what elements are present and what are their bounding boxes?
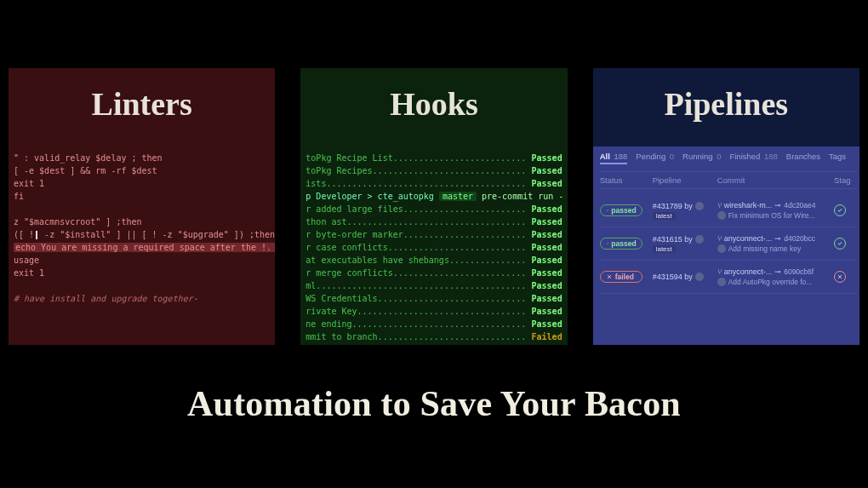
branch-icon: ⑂ — [717, 234, 722, 243]
terminal-line: ml......................................… — [306, 279, 562, 292]
terminal-line: [ -e $dest ] && rm -rf $dest — [14, 164, 270, 177]
commit-message: Fix minimum OS for Wire... — [717, 211, 831, 220]
pipeline-columns-header: Status Pipeline Commit Stag — [600, 171, 856, 189]
avatar — [717, 244, 726, 253]
hooks-terminal: toPkg Recipe List.......................… — [300, 146, 567, 345]
terminal-line: at executables have shebangs............… — [306, 254, 562, 267]
terminal-line: # have install and upgrade together- — [14, 292, 270, 305]
branch-icon: ⑂ — [717, 201, 722, 210]
terminal-line: mmit to branch..........................… — [306, 330, 562, 343]
avatar — [717, 278, 726, 286]
status-badge: passed — [600, 238, 642, 250]
terminal-line: usage — [14, 254, 270, 267]
pipeline-row[interactable]: passed#431789 by latest⑂wireshark-m... ⊸… — [600, 194, 856, 227]
terminal-line: exit 1 — [14, 177, 270, 190]
avatar — [695, 202, 704, 210]
headline: Automation to Save Your Bacon — [0, 383, 868, 424]
commit-message: Add AutoPkg override fo... — [717, 278, 831, 286]
status-badge: failed — [600, 271, 642, 283]
pipeline-row[interactable]: passed#431615 by latest⑂anyconnect-... ⊸… — [600, 227, 856, 261]
pipelines-body: All 188Pending 0Running 0Finished 188Bra… — [593, 146, 859, 345]
terminal-line — [14, 279, 270, 292]
commit-icon: ⊸ — [774, 267, 781, 276]
terminal-line: r byte-order marker.....................… — [306, 228, 562, 241]
terminal-line: ists....................................… — [306, 177, 562, 190]
terminal-line: r case conflicts........................… — [306, 241, 562, 254]
col-status: Status — [600, 175, 649, 185]
pipeline-rows: passed#431789 by latest⑂wireshark-m... ⊸… — [600, 194, 856, 294]
terminal-line: echo You are missing a required space af… — [14, 241, 270, 254]
terminal-line: exit 1 — [14, 267, 270, 279]
terminal-line: ([ ! -z "$install" ] || [ ! -z "$upgrade… — [14, 228, 270, 241]
commit-icon: ⊸ — [774, 234, 781, 243]
terminal-line: toPkg Recipe List.......................… — [306, 152, 562, 164]
pipeline-tab[interactable]: All 188 — [600, 152, 628, 164]
stage-ring — [834, 271, 846, 283]
col-pipeline: Pipeline — [653, 175, 714, 185]
pipelines-title: Pipelines — [593, 68, 859, 146]
terminal-line: iling Whitespace........................… — [306, 343, 562, 345]
pipeline-id: #431789 by — [653, 202, 714, 210]
col-stage: Stag — [834, 175, 856, 185]
status-badge: passed — [600, 204, 642, 216]
linters-terminal: " : valid_relay $delay ; then[ -e $dest … — [9, 146, 275, 310]
pipeline-tab[interactable]: Pending 0 — [636, 152, 674, 161]
pipeline-row[interactable]: failed#431594 by ⑂anyconnect-... ⊸ 6090c… — [600, 261, 856, 294]
terminal-line: rivate Key..............................… — [306, 305, 562, 318]
avatar — [695, 273, 704, 281]
terminal-line: r merge conflicts.......................… — [306, 267, 562, 279]
terminal-line: z "$macmnsvcroot" ] ;then — [14, 215, 270, 228]
pipeline-tabs: All 188Pending 0Running 0Finished 188Bra… — [600, 152, 856, 164]
branch-icon: ⑂ — [717, 267, 722, 276]
pipeline-tab[interactable]: Running 0 — [682, 152, 721, 161]
stage-ring — [834, 204, 846, 216]
terminal-line: " : valid_relay $delay ; then — [14, 152, 270, 164]
pipeline-tab[interactable]: Tags — [829, 152, 846, 161]
terminal-line: fi — [14, 190, 270, 203]
terminal-line: ne ending...............................… — [306, 318, 562, 330]
pipeline-id: #431594 by — [653, 273, 714, 281]
terminal-line: WS Credentials..........................… — [306, 292, 562, 305]
terminal-line — [14, 203, 270, 215]
latest-badge: latest — [653, 245, 676, 253]
branch-line: ⑂anyconnect-... ⊸ d4020bcc — [717, 234, 831, 243]
terminal-line: p Developer > cte_autopkg master pre-com… — [306, 190, 562, 203]
terminal-line: thon ast................................… — [306, 215, 562, 228]
pipelines-panel: Pipelines All 188Pending 0Running 0Finis… — [593, 68, 859, 345]
avatar — [695, 235, 704, 244]
col-commit: Commit — [717, 175, 831, 185]
branch-line: ⑂wireshark-m... ⊸ 4dc20ae4 — [717, 201, 831, 210]
pipeline-tab[interactable]: Finished 188 — [729, 152, 777, 161]
pipeline-id: #431615 by — [653, 235, 714, 244]
stage-ring — [834, 238, 846, 250]
hooks-panel: Hooks toPkg Recipe List.................… — [300, 68, 567, 345]
linters-panel: Linters " : valid_relay $delay ; then[ -… — [9, 68, 275, 345]
pipeline-tab[interactable]: Branches — [786, 152, 820, 161]
latest-badge: latest — [653, 212, 676, 220]
avatar — [717, 211, 726, 220]
branch-line: ⑂anyconnect-... ⊸ 6090cb6f — [717, 267, 831, 276]
commit-icon: ⊸ — [774, 201, 781, 210]
linters-title: Linters — [9, 68, 275, 146]
hooks-title: Hooks — [300, 68, 567, 146]
terminal-line: r added large files.....................… — [306, 203, 562, 215]
commit-message: Add missing name key — [717, 244, 831, 253]
terminal-line: toPkg Recipes...........................… — [306, 164, 562, 177]
